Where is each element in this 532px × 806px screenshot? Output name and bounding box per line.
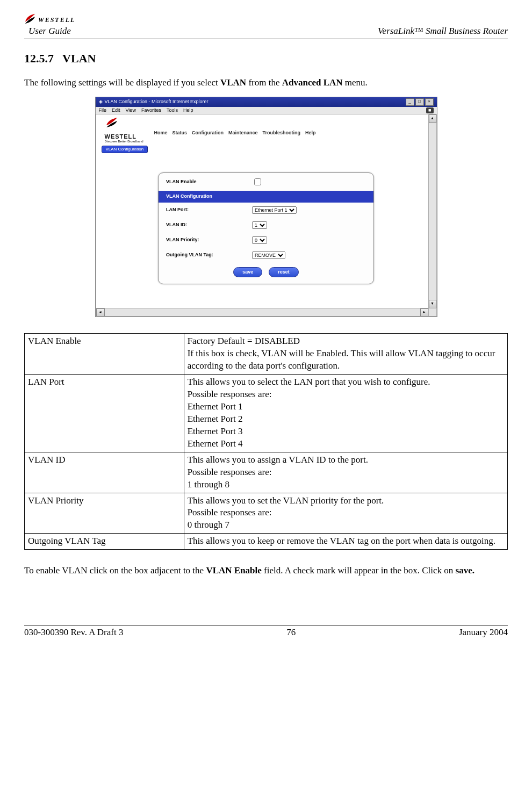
nav-home[interactable]: Home [154,130,168,136]
resize-handle-icon[interactable] [428,308,436,316]
intro-prefix: The following settings will be displayed… [24,77,220,88]
param-desc: This allows you to assign a VLAN ID to t… [184,452,507,493]
close-button[interactable]: × [425,98,434,106]
screenshot-wrapper: ◈ VLAN Configuration - Microsoft Interne… [24,97,508,317]
vlan-enable-row: VLAN Enable [159,173,373,191]
swoosh-icon [24,13,36,25]
scroll-down-icon[interactable]: ▼ [429,300,436,308]
vlan-id-select[interactable]: 1 [252,221,267,229]
table-row: VLAN ID This allows you to assign a VLAN… [25,452,508,493]
menu-edit[interactable]: Edit [112,107,120,113]
westell-logo: WESTELL [24,16,75,24]
closing-t2: field. A check mark will appear in the b… [262,565,456,575]
swoosh-icon [105,118,119,127]
horizontal-scrollbar[interactable]: ◄ ► [96,308,429,316]
router-logo-tagline: Discover Better Broadband [105,140,143,144]
page-header: WESTELL User Guide VersaLink™ Small Busi… [24,16,508,37]
page-footer: 030-300390 Rev. A Draft 3 76 January 200… [24,625,508,638]
vlan-enable-label: VLAN Enable [166,179,252,185]
param-desc: This allows you to select the LAN port t… [184,375,507,452]
nav-configuration[interactable]: Configuration [192,130,224,136]
scroll-right-icon[interactable]: ► [420,308,429,316]
vlan-priority-select[interactable]: 0 [252,236,267,244]
intro-suffix: menu. [343,77,368,88]
param-name: Outgoing VLAN Tag [25,534,184,550]
section-title: VLAN [62,52,96,65]
go-button[interactable]: ■ [426,107,433,113]
ie-icon: ◈ [99,99,103,105]
nav-status[interactable]: Status [172,130,188,136]
intro-bold2: Advanced LAN [282,77,343,88]
param-name: VLAN Enable [25,334,184,375]
lan-port-label: LAN Port: [166,207,252,213]
nav-maintenance[interactable]: Maintenance [228,130,258,136]
vlan-priority-label: VLAN Priority: [166,237,252,243]
minimize-button[interactable]: _ [406,98,414,106]
card-actions: save reset [159,263,373,279]
param-desc: This allows you to keep or remove the VL… [184,534,507,550]
product-name: VersaLink™ Small Business Router [378,25,508,37]
outgoing-tag-label: Outgoing VLAN Tag: [166,252,252,258]
logo-text: WESTELL [38,16,75,24]
vertical-scrollbar[interactable]: ▲ ▼ [428,114,436,308]
closing-t1: To enable VLAN click on the box adjacent… [24,565,206,575]
menu-tools[interactable]: Tools [167,107,178,113]
browser-content: WESTELL Discover Better Broadband Home S… [96,114,437,316]
param-name: VLAN Priority [25,493,184,534]
param-desc: Factory Default = DISABLED If this box i… [184,334,507,375]
router-logo-text: WESTELL [105,134,143,140]
menu-help[interactable]: Help [183,107,193,113]
window-titlebar: ◈ VLAN Configuration - Microsoft Interne… [96,97,437,107]
table-row: VLAN Enable Factory Default = DISABLED I… [25,334,508,375]
scroll-left-icon[interactable]: ◄ [96,308,105,316]
vlan-enable-checkbox[interactable] [254,178,261,185]
logo-block: WESTELL User Guide [24,16,75,37]
closing-b1: VLAN Enable [206,565,261,575]
lan-port-select[interactable]: Ethernet Port 1 [252,206,297,214]
table-row: LAN Port This allows you to select the L… [25,375,508,452]
maximize-button[interactable]: □ [415,98,424,106]
router-logo-block: WESTELL Discover Better Broadband [105,118,143,143]
save-button[interactable]: save [233,267,262,277]
intro-text: The following settings will be displayed… [24,77,508,88]
description-table: VLAN Enable Factory Default = DISABLED I… [24,333,508,550]
section-heading: 12.5.7 VLAN [24,51,508,66]
menu-view[interactable]: View [126,107,136,113]
param-desc: This allows you to set the VLAN priority… [184,493,507,534]
section-number: 12.5.7 [24,52,54,65]
footer-right: January 2004 [459,627,508,638]
nav-troubleshooting[interactable]: Troubleshooting [263,130,301,136]
lan-port-row: LAN Port: Ethernet Port 1 [159,203,373,218]
breadcrumb-pill[interactable]: VLAN Configuration [102,146,148,153]
nav-help[interactable]: Help [305,130,316,136]
scroll-up-icon[interactable]: ▲ [429,114,436,123]
menu-favorites[interactable]: Favorites [141,107,161,113]
table-row: Outgoing VLAN Tag This allows you to kee… [25,534,508,550]
closing-paragraph: To enable VLAN click on the box adjacent… [24,565,508,576]
window-title: VLAN Configuration - Microsoft Internet … [105,99,209,105]
header-rule [24,39,508,39]
vlan-config-header: VLAN Configuration [159,191,373,202]
breadcrumb: VLAN Configuration [102,146,436,153]
table-row: VLAN Priority This allows you to set the… [25,493,508,534]
router-nav: Home Status Configuration Maintenance Tr… [154,130,316,136]
outgoing-tag-select[interactable]: REMOVE [252,251,285,259]
footer-left: 030-300390 Rev. A Draft 3 [24,627,123,638]
menu-file[interactable]: File [99,107,107,113]
vlan-id-row: VLAN ID: 1 [159,218,373,233]
user-guide-label: User Guide [28,25,71,37]
outgoing-tag-row: Outgoing VLAN Tag: REMOVE [159,248,373,263]
vlan-priority-row: VLAN Priority: 0 [159,233,373,248]
param-name: VLAN ID [25,452,184,493]
browser-window: ◈ VLAN Configuration - Microsoft Interne… [95,97,437,317]
param-name: LAN Port [25,375,184,452]
intro-mid: from the [246,77,282,88]
footer-page-number: 76 [286,627,296,638]
vlan-config-card: VLAN Enable VLAN Configuration LAN Port:… [158,172,374,284]
router-header: WESTELL Discover Better Broadband Home S… [96,114,436,145]
intro-bold1: VLAN [220,77,246,88]
reset-button[interactable]: reset [269,267,299,277]
closing-b2: save. [456,565,475,575]
browser-menubar: File Edit View Favorites Tools Help ■ [96,107,437,114]
vlan-id-label: VLAN ID: [166,222,252,228]
